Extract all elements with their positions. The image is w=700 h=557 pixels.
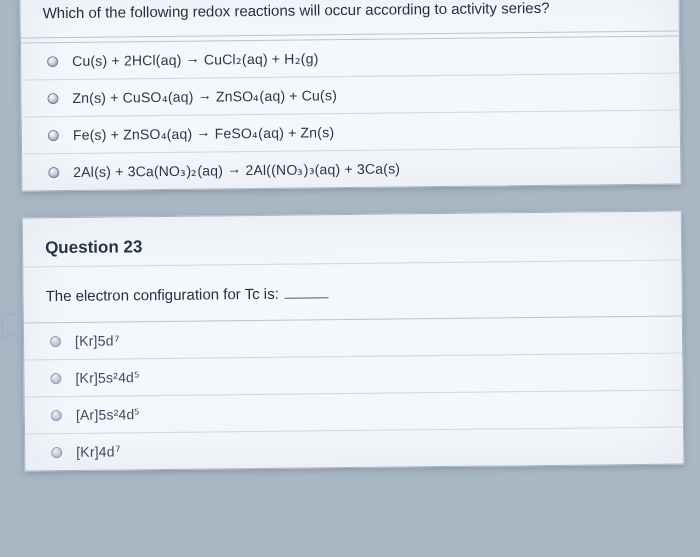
option-label: [Kr]5s²4d⁵ bbox=[75, 369, 140, 386]
option-label: Fe(s) + ZnSO₄(aq) → FeSO₄(aq) + Zn(s) bbox=[73, 124, 334, 143]
option-row[interactable]: [Kr]4d⁷ bbox=[25, 427, 683, 471]
question-card-23: Question 23 The electron configuration f… bbox=[22, 211, 685, 472]
question-prompt: The electron configuration for Tc is: bbox=[23, 260, 682, 319]
radio-icon bbox=[50, 336, 61, 347]
radio-icon bbox=[50, 373, 61, 384]
question-prompt: Which of the following redox reactions w… bbox=[20, 0, 679, 38]
question-prompt-text: The electron configuration for Tc is: bbox=[45, 285, 278, 304]
radio-icon bbox=[48, 130, 59, 141]
radio-icon bbox=[47, 56, 58, 67]
option-label: Zn(s) + CuSO₄(aq) → ZnSO₄(aq) + Cu(s) bbox=[72, 87, 337, 106]
radio-icon bbox=[48, 167, 59, 178]
radio-icon bbox=[51, 410, 62, 421]
radio-icon bbox=[51, 447, 62, 458]
option-label: 2Al(s) + 3Ca(NO₃)₂(aq) → 2Al((NO₃)₃(aq) … bbox=[73, 160, 400, 179]
answer-blank bbox=[285, 288, 329, 298]
radio-icon bbox=[47, 93, 58, 104]
option-label: Cu(s) + 2HCl(aq) → CuCl₂(aq) + H₂(g) bbox=[72, 50, 319, 69]
option-label: [Kr]4d⁷ bbox=[76, 443, 121, 459]
bookmark-icon[interactable] bbox=[0, 312, 24, 342]
option-label: [Kr]5d⁷ bbox=[75, 332, 120, 348]
option-label: [Ar]5s²4d⁵ bbox=[76, 406, 141, 423]
question-card-22: Which of the following redox reactions w… bbox=[19, 0, 681, 191]
question-number: Question 23 bbox=[23, 212, 681, 267]
option-row[interactable]: 2Al(s) + 3Ca(NO₃)₂(aq) → 2Al((NO₃)₃(aq) … bbox=[22, 147, 680, 191]
